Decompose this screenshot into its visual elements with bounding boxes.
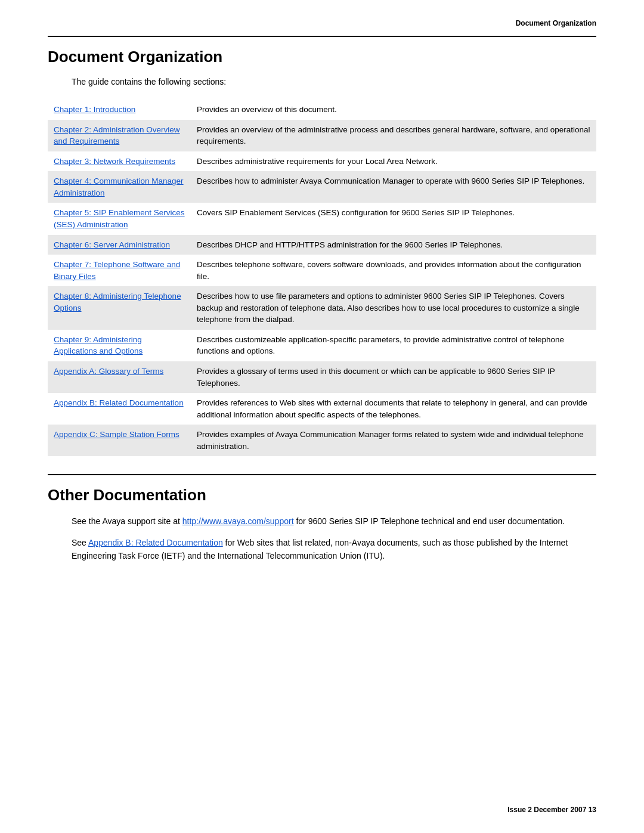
chapter-link[interactable]: Chapter 4: Communication Manager Adminis… — [54, 176, 184, 197]
other-para1-prefix: See the Avaya support site at — [72, 516, 182, 526]
table-row: Chapter 6: Server AdministrationDescribe… — [48, 235, 596, 255]
chapter-link[interactable]: Appendix A: Glossary of Terms — [54, 367, 163, 376]
chapter-link-cell: Chapter 3: Network Requirements — [48, 151, 191, 172]
chapter-desc-cell: Provides an overview of this document. — [191, 100, 596, 120]
chapter-link-cell: Chapter 8: Administering Telephone Optio… — [48, 286, 191, 330]
chapter-desc-cell: Covers SIP Enablement Services (SES) con… — [191, 203, 596, 234]
chapter-desc-cell: Describes how to use file parameters and… — [191, 286, 596, 330]
table-row: Chapter 7: Telephone Software and Binary… — [48, 255, 596, 286]
chapter-link[interactable]: Chapter 3: Network Requirements — [54, 157, 175, 166]
chapter-link-cell: Chapter 7: Telephone Software and Binary… — [48, 255, 191, 286]
chapter-desc-cell: Provides references to Web sites with ex… — [191, 393, 596, 425]
intro-text: The guide contains the following section… — [72, 77, 596, 86]
chapter-desc-cell: Describes telephone software, covers sof… — [191, 255, 596, 286]
table-row: Chapter 4: Communication Manager Adminis… — [48, 171, 596, 203]
header-title: Document Organization — [516, 19, 596, 27]
chapter-link-cell: Chapter 1: Introduction — [48, 100, 191, 120]
chapters-table: Chapter 1: IntroductionProvides an overv… — [48, 100, 596, 456]
other-para-2: See Appendix B: Related Documentation fo… — [72, 537, 596, 562]
appendix-b-link[interactable]: Appendix B: Related Documentation — [88, 538, 223, 547]
table-row: Appendix C: Sample Station FormsProvides… — [48, 425, 596, 456]
table-row: Appendix B: Related DocumentationProvide… — [48, 393, 596, 425]
page-header: Document Organization — [516, 19, 596, 27]
section1-heading: Document Organization — [48, 48, 596, 66]
chapter-link-cell: Appendix A: Glossary of Terms — [48, 361, 191, 393]
chapter-link[interactable]: Appendix B: Related Documentation — [54, 398, 184, 407]
table-row: Chapter 8: Administering Telephone Optio… — [48, 286, 596, 330]
chapter-link[interactable]: Chapter 1: Introduction — [54, 105, 135, 114]
chapter-link[interactable]: Chapter 6: Server Administration — [54, 240, 170, 249]
chapter-link-cell: Chapter 6: Server Administration — [48, 235, 191, 255]
table-row: Chapter 9: Administering Applications an… — [48, 330, 596, 361]
chapter-desc-cell: Describes administrative requirements fo… — [191, 151, 596, 172]
table-row: Chapter 5: SIP Enablement Services (SES)… — [48, 203, 596, 234]
other-para2-prefix: See — [72, 538, 88, 547]
other-para1-suffix: for 9600 Series SIP IP Telephone technic… — [294, 516, 565, 526]
section2-heading: Other Documentation — [48, 486, 596, 504]
page-footer: Issue 2 December 2007 13 — [507, 806, 596, 814]
chapter-link[interactable]: Chapter 5: SIP Enablement Services (SES)… — [54, 208, 185, 229]
other-para-1: See the Avaya support site at http://www… — [72, 515, 596, 528]
chapter-link-cell: Chapter 5: SIP Enablement Services (SES)… — [48, 203, 191, 234]
chapter-desc-cell: Describes DHCP and HTTP/HTTPS administra… — [191, 235, 596, 255]
chapter-desc-cell: Provides a glossary of terms used in thi… — [191, 361, 596, 393]
chapter-link[interactable]: Chapter 2: Administration Overview and R… — [54, 125, 180, 146]
footer-text: Issue 2 December 2007 13 — [507, 806, 596, 814]
chapter-link-cell: Appendix C: Sample Station Forms — [48, 425, 191, 456]
chapter-desc-cell: Provides an overview of the administrati… — [191, 120, 596, 151]
chapter-link-cell: Chapter 2: Administration Overview and R… — [48, 120, 191, 151]
table-row: Appendix A: Glossary of TermsProvides a … — [48, 361, 596, 393]
chapter-link-cell: Appendix B: Related Documentation — [48, 393, 191, 425]
table-row: Chapter 1: IntroductionProvides an overv… — [48, 100, 596, 120]
chapter-desc-cell: Provides examples of Avaya Communication… — [191, 425, 596, 456]
chapter-link[interactable]: Appendix C: Sample Station Forms — [54, 430, 179, 439]
table-row: Chapter 2: Administration Overview and R… — [48, 120, 596, 151]
chapter-link[interactable]: Chapter 7: Telephone Software and Binary… — [54, 260, 180, 281]
other-documentation-section: Other Documentation See the Avaya suppor… — [48, 486, 596, 562]
chapter-link[interactable]: Chapter 9: Administering Applications an… — [54, 335, 143, 356]
bottom-divider — [48, 474, 596, 475]
table-row: Chapter 3: Network RequirementsDescribes… — [48, 151, 596, 172]
chapter-link-cell: Chapter 9: Administering Applications an… — [48, 330, 191, 361]
avaya-support-link[interactable]: http://www.avaya.com/support — [182, 516, 294, 526]
chapter-link-cell: Chapter 4: Communication Manager Adminis… — [48, 171, 191, 203]
chapter-desc-cell: Describes how to administer Avaya Commun… — [191, 171, 596, 203]
chapter-link[interactable]: Chapter 8: Administering Telephone Optio… — [54, 292, 181, 312]
top-divider — [48, 36, 596, 37]
chapter-desc-cell: Describes customizeable application-spec… — [191, 330, 596, 361]
